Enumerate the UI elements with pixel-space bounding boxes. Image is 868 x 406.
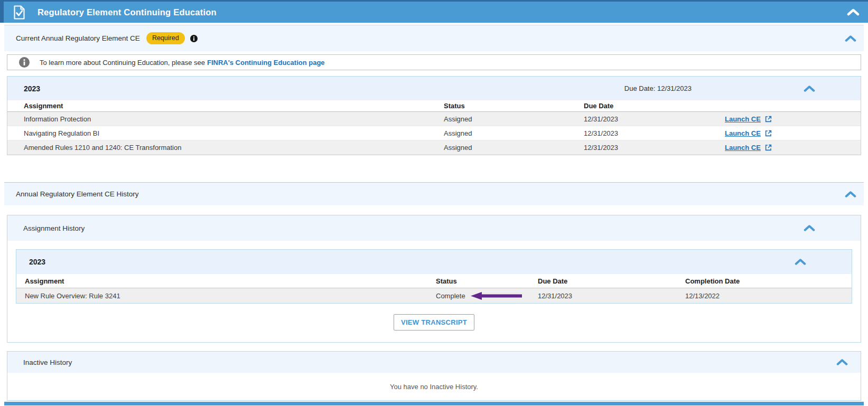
info-icon [19,57,30,68]
assignment-status: Assigned [444,115,584,123]
table-row: Navigating Regulation BI Assigned 12/31/… [7,126,861,140]
col-status: Status [444,102,584,110]
collapsed-section-bar [4,402,864,405]
history-year-header[interactable]: 2023 [16,250,852,274]
collapse-section-chevron-up-icon[interactable] [845,35,856,42]
current-assignments-table: Assignment Status Due Date Information P… [7,100,861,155]
launch-ce-link[interactable]: Launch CE [725,129,772,137]
page-header: Regulatory Element Continuing Education [0,0,868,23]
finra-continuing-education-link[interactable]: FINRA's Continuing Education page [207,59,325,67]
collapse-page-chevron-up-icon[interactable] [847,8,860,16]
year-panel-header[interactable]: 2023 Due Date: 12/31/2023 [7,77,861,100]
assignment-name: New Rule Overview: Rule 3241 [16,292,436,300]
assignment-due-date: 12/31/2023 [584,129,725,137]
col-assignment: Assignment [7,102,444,110]
table-row: Amended Rules 1210 and 1240: CE Transfor… [7,140,861,155]
col-due-date: Due Date [538,277,685,285]
assignment-history-header[interactable]: Assignment History [7,215,861,241]
col-status: Status [436,277,538,285]
view-transcript-button[interactable]: VIEW TRANSCRIPT [394,314,474,331]
table-header-row: Assignment Status Due Date Completion Da… [16,274,852,288]
assignment-completion-date: 12/13/2022 [685,292,852,300]
assignment-due-date: 12/31/2023 [584,115,725,123]
current-ce-title: Current Annual Regulatory Element CE [16,34,140,42]
collapse-panel-chevron-up-icon[interactable] [804,85,815,92]
inactive-history-empty-text: You have no Inactive History. [7,373,861,400]
current-year-panel: 2023 Due Date: 12/31/2023 Assignment Sta… [7,76,861,155]
external-link-icon [764,115,772,123]
col-assignment: Assignment [16,277,436,285]
page-title: Regulatory Element Continuing Education [38,7,217,17]
assignment-history-panel: Assignment History 2023 Assignment Statu… [7,215,861,343]
col-completion-date: Completion Date [685,277,852,285]
assignment-status: Assigned [444,129,584,137]
inactive-history-panel: Inactive History You have no Inactive Hi… [7,351,861,401]
col-due-date: Due Date [584,102,725,110]
assignment-due-date: 12/31/2023 [584,144,725,152]
external-link-icon [764,144,772,152]
inactive-history-header[interactable]: Inactive History [7,352,861,373]
launch-ce-link[interactable]: Launch CE [725,144,772,152]
assignment-name: Navigating Regulation BI [7,129,444,137]
assignment-due-date: 12/31/2023 [538,292,685,300]
history-section-title: Annual Regulatory Element CE History [16,190,139,198]
document-check-icon [13,5,26,20]
assignment-name: Amended Rules 1210 and 1240: CE Transfor… [7,144,444,152]
history-section-header[interactable]: Annual Regulatory Element CE History [4,182,864,205]
assignment-history-title: Assignment History [23,224,85,232]
collapse-panel-chevron-up-icon[interactable] [795,259,806,266]
table-header-row: Assignment Status Due Date [7,100,861,112]
launch-ce-link[interactable]: Launch CE [725,115,772,123]
collapse-panel-chevron-up-icon[interactable] [836,359,848,366]
info-banner: To learn more about Continuing Education… [7,54,861,70]
history-year-panel: 2023 Assignment Status Due Date Completi… [16,249,852,304]
table-row: New Rule Overview: Rule 3241 Complete 12… [16,288,852,303]
assignment-status: Complete [436,292,465,300]
banner-text: To learn more about Continuing Education… [40,59,205,67]
collapse-section-chevron-up-icon[interactable] [845,191,856,197]
current-ce-section-header[interactable]: Current Annual Regulatory Element CE Req… [4,25,864,51]
panel-due-date: Due Date: 12/31/2023 [624,84,692,92]
assignment-name: Information Protection [7,115,444,123]
history-assignments-table: Assignment Status Due Date Completion Da… [16,274,852,303]
external-link-icon [764,129,772,137]
year-label: 2023 [29,258,45,266]
inactive-history-title: Inactive History [23,358,72,366]
year-label: 2023 [24,84,40,93]
assignment-status: Assigned [444,144,584,152]
table-row: Information Protection Assigned 12/31/20… [7,112,861,126]
required-badge: Required [146,32,185,44]
info-icon[interactable] [190,35,198,42]
collapse-panel-chevron-up-icon[interactable] [804,225,815,232]
annotation-arrow-icon [471,291,522,300]
